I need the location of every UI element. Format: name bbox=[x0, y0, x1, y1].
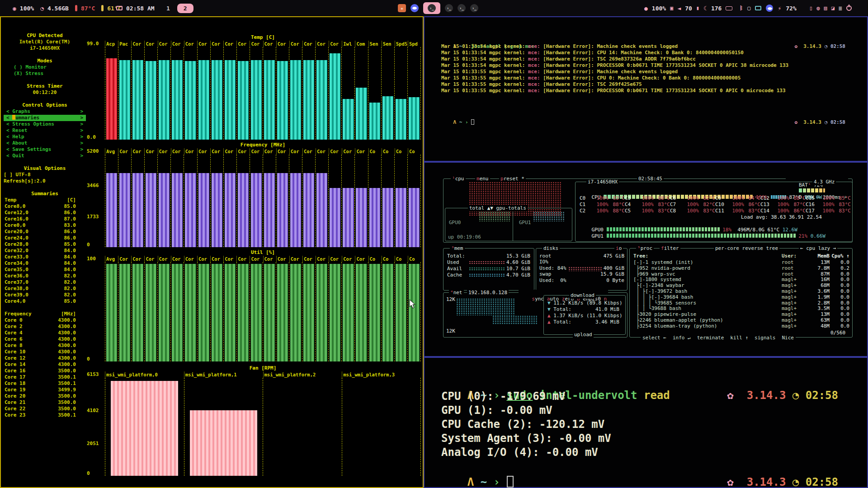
proc-row[interactable]: │ │ └39688 bashmagl+3.5M0.0 bbox=[633, 305, 849, 312]
discord-tray-icon[interactable] bbox=[766, 5, 773, 12]
graph-bar bbox=[185, 61, 196, 140]
spark-app-icon[interactable]: ✳ bbox=[398, 4, 406, 12]
refresh-setting[interactable]: Refresh[s]:2.0 bbox=[4, 178, 86, 184]
graph-column bbox=[289, 155, 302, 247]
power-button-icon[interactable] bbox=[846, 5, 852, 11]
kitty-terminal-icon[interactable]: ›_ bbox=[470, 4, 478, 12]
graph-column bbox=[170, 47, 184, 140]
control-option-about[interactable]: < About> bbox=[4, 140, 86, 146]
graph-bar bbox=[396, 188, 406, 247]
graph-tick: 1733 bbox=[87, 214, 103, 220]
core-row: C1100%88°CC4100%83°CC7100%82°CC10100%86°… bbox=[580, 202, 851, 208]
graph-column bbox=[118, 262, 131, 361]
graph-col-label: Cor bbox=[302, 148, 316, 155]
graph-column bbox=[394, 155, 407, 247]
prompt-time: 02:58 bbox=[830, 119, 845, 125]
kitty-terminal-icon[interactable]: ›_ bbox=[445, 4, 453, 12]
disk-row: swap15.9 GiB bbox=[539, 271, 624, 277]
ghost-icon[interactable]: ◍ bbox=[816, 5, 820, 11]
lock-icon[interactable]: ▣ bbox=[670, 5, 673, 11]
footer-action[interactable]: select ← bbox=[642, 335, 666, 341]
graph-ymax: 6153 bbox=[87, 371, 103, 378]
proc-row[interactable]: ├952 nvidia-powerdroot7.8M0.2 bbox=[633, 265, 849, 272]
proc-row[interactable]: ├3254 blueman-tray (python)magl+48M0.0 bbox=[633, 323, 849, 329]
utf8-checkbox[interactable]: [ ] UTF-8 bbox=[4, 172, 86, 178]
bluetooth-icon[interactable]: ᛒ bbox=[740, 5, 743, 11]
graph-col-label: Cor bbox=[144, 148, 157, 155]
journalctl-terminal[interactable]: Λ ~ › journalctl | grep mce Mar 15 01:33… bbox=[424, 16, 868, 162]
proc-row[interactable]: │ │ │ └39685 sensorsmagl+2.8M0.0 bbox=[633, 300, 849, 306]
kitty-terminal-icon[interactable]: ›_ bbox=[458, 4, 466, 12]
menu-icon[interactable]: ≡ bbox=[839, 5, 842, 12]
core-stat: C11100%83°C bbox=[715, 208, 760, 214]
mode-option[interactable]: (X) Stress bbox=[4, 70, 86, 77]
proc-row[interactable]: ├3020 pipewire-pulsemagl+13M0.0 bbox=[633, 311, 849, 318]
footer-action[interactable]: kill ↑ bbox=[730, 335, 748, 341]
proc-view-options[interactable]: per-core reverse tree bbox=[714, 245, 779, 252]
graph-col-label: Avg bbox=[105, 256, 118, 262]
night-light-value: 176 bbox=[711, 5, 722, 12]
phone-icon[interactable]: ▯ bbox=[809, 5, 812, 11]
core-stat: C5100%83°C bbox=[625, 208, 670, 214]
proc-filter[interactable]: filter bbox=[660, 245, 680, 252]
graph-col-label: Cor bbox=[131, 256, 144, 262]
clock-icon: ◔ bbox=[793, 389, 799, 402]
proc-row[interactable]: ├2246 blueman-applet (python)magl+63M0.0 bbox=[633, 317, 849, 324]
screen-share-icon[interactable] bbox=[755, 6, 761, 10]
journal-line: Mar 15 01:33:54 mgpc kernel: mce: [Hardw… bbox=[441, 50, 744, 56]
proc-row[interactable]: │ │ ├[-]-39684 bashmagl+1.9M0.0 bbox=[633, 294, 849, 300]
gpu-totals-label[interactable]: total ▲▼ gpu-totals bbox=[468, 205, 528, 211]
mode-option[interactable]: ( ) Monitor bbox=[4, 64, 86, 70]
archive-icon[interactable]: ▤ bbox=[824, 5, 827, 11]
proc-nav[interactable]: ← cpu lazy → bbox=[799, 245, 837, 252]
workspace-1[interactable]: 1 bbox=[163, 4, 174, 13]
microphone-icon[interactable]: ▮ bbox=[696, 5, 699, 11]
footer-action[interactable]: Nice bbox=[782, 335, 794, 341]
footer-action[interactable]: info ↵ bbox=[673, 335, 691, 341]
control-option-graphs[interactable]: < Graphs> bbox=[4, 108, 86, 115]
night-light-icon[interactable]: ☾ bbox=[703, 5, 707, 12]
control-option-save-settings[interactable]: < Save Settings> bbox=[4, 146, 86, 153]
graph-column bbox=[342, 378, 421, 476]
control-option-stress-options[interactable]: < Stress Options> bbox=[4, 121, 86, 127]
graph-col-label: Cor bbox=[171, 41, 184, 47]
control-option-reset[interactable]: < Reset> bbox=[4, 127, 86, 134]
mem-tab[interactable]: ³mem bbox=[450, 245, 465, 252]
proc-tab[interactable]: ⁵proc bbox=[636, 245, 654, 252]
graph-column bbox=[407, 155, 421, 247]
control-option-help[interactable]: < Help> bbox=[4, 134, 86, 140]
graph-col-label: Cor bbox=[316, 148, 329, 155]
discord-icon[interactable] bbox=[410, 4, 419, 12]
disks-tab[interactable]: disks bbox=[542, 245, 560, 252]
net-tab[interactable]: ⁴net bbox=[449, 290, 464, 296]
footer-action[interactable]: signals bbox=[755, 335, 775, 341]
proc-row[interactable]: ├969 warp-svcroot87M0.0 bbox=[633, 271, 849, 277]
proc-row[interactable]: [-]-1 systemd (init)root13M0.0 bbox=[633, 259, 849, 266]
core-stat: C10100%86°C bbox=[715, 202, 760, 208]
graph-column bbox=[381, 47, 394, 140]
keyboard-icon[interactable] bbox=[726, 6, 732, 10]
prompt-status: ✿ 3.14.3 ◔ 02:58 bbox=[701, 375, 838, 416]
kitty-terminal-icon-active[interactable]: ›_ bbox=[423, 2, 440, 14]
folder-icon[interactable]: ◪ bbox=[831, 5, 835, 11]
graph-column bbox=[105, 155, 118, 247]
graph-col-label: Cor bbox=[236, 256, 250, 262]
clipboard-icon[interactable]: ▢ bbox=[747, 5, 750, 11]
workspace-2-active[interactable]: 2 bbox=[177, 4, 193, 13]
control-option-summaries[interactable]: < ummaries> bbox=[4, 115, 86, 121]
undervolt-terminal[interactable]: Λ ~ › sudo intel-undervolt read CPU (0):… bbox=[424, 357, 868, 488]
volume-icon[interactable]: ◄ bbox=[677, 5, 681, 12]
graph-bar bbox=[264, 173, 275, 247]
control-option-quit[interactable]: < Quit> bbox=[4, 153, 86, 159]
disks-io-label[interactable]: io bbox=[614, 245, 623, 252]
preset-tab[interactable]: preset * bbox=[499, 176, 526, 182]
proc-row[interactable]: [-]-1800 systemdmagl+16M0.0 bbox=[633, 277, 849, 283]
proc-row[interactable]: ├[-]-2348 waybarmagl+68M0.0 bbox=[633, 282, 849, 289]
footer-action[interactable]: terminate bbox=[697, 335, 724, 341]
graph-title: Util [%] bbox=[105, 249, 421, 256]
proc-row[interactable]: │ ├[-]-39672 bashmagl+3.6M0.0 bbox=[633, 288, 849, 295]
cpu-tab[interactable]: ¹cpu bbox=[451, 176, 466, 182]
stui-window[interactable]: CPU Detected Intel(R) Core(TM) i7-14650H… bbox=[0, 16, 424, 488]
menu-tab[interactable]: menu bbox=[475, 176, 490, 182]
btop-window[interactable]: ¹cpu menu preset * 02:58:45 BAT¹ 72% 0.0… bbox=[424, 162, 868, 357]
